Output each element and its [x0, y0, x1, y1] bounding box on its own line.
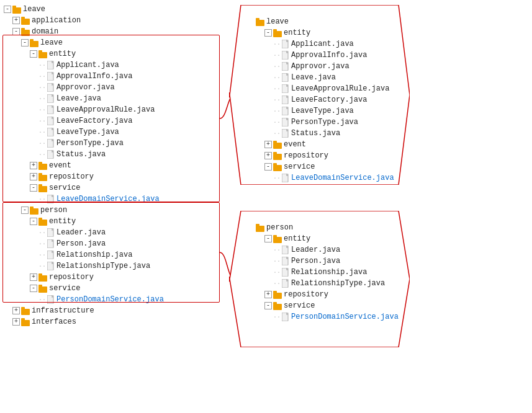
svg-rect-57: [273, 143, 282, 149]
expand-btn[interactable]: +: [12, 17, 20, 24]
tree-item: ···ApprovalInfo.java: [4, 71, 223, 82]
expand-btn[interactable]: +: [264, 291, 272, 298]
svg-rect-8: [38, 52, 47, 58]
svg-rect-19: [38, 164, 47, 170]
svg-rect-20: [38, 162, 42, 164]
tree-item[interactable]: -leave: [4, 37, 223, 48]
tree-item[interactable]: -service: [4, 182, 223, 193]
tree-item: ···Leader.java: [4, 227, 223, 238]
tree-item: ···LeaveType.java: [4, 127, 223, 138]
svg-rect-75: [273, 304, 282, 310]
left-panel: -leave+application-domain-leave-entity··…: [0, 0, 223, 413]
tree-item: ···Person.java: [4, 238, 223, 249]
svg-rect-6: [30, 41, 38, 47]
expand-btn[interactable]: +: [30, 273, 37, 281]
svg-rect-47: [273, 29, 277, 32]
tree-item[interactable]: +interfaces: [4, 316, 223, 327]
svg-rect-58: [273, 141, 277, 143]
svg-rect-37: [38, 285, 42, 287]
svg-rect-0: [12, 7, 21, 14]
tree-item: ···Applicant.java: [4, 60, 223, 71]
svg-rect-74: [273, 291, 277, 293]
main-container: -leave+application-domain-leave-entity··…: [0, 0, 532, 413]
svg-rect-22: [38, 173, 42, 175]
expand-btn[interactable]: -: [264, 163, 272, 171]
expand-btn[interactable]: +: [264, 141, 272, 148]
svg-rect-42: [21, 318, 25, 321]
tree-item[interactable]: +application: [4, 15, 223, 26]
svg-rect-9: [38, 50, 42, 53]
expand-btn[interactable]: -: [264, 302, 272, 309]
svg-rect-23: [38, 186, 47, 192]
tree-item[interactable]: +infrastructure: [4, 305, 223, 316]
expand-btn[interactable]: +: [30, 173, 37, 180]
svg-rect-46: [273, 31, 282, 37]
expand-btn[interactable]: +: [30, 162, 37, 169]
tree-item: ···Leave.java: [4, 93, 223, 104]
tree-item: ···LeaveApprovalRule.java: [4, 104, 223, 115]
tree-item[interactable]: -service: [4, 283, 223, 294]
svg-rect-26: [30, 208, 38, 215]
svg-rect-24: [38, 184, 42, 187]
expand-btn[interactable]: -: [21, 39, 29, 47]
hex-diagram: leave-entity···Applicant.java···Approval…: [230, 5, 410, 185]
tree-item[interactable]: +repository: [4, 272, 223, 283]
expand-btn[interactable]: -: [30, 184, 37, 192]
svg-rect-45: [256, 18, 259, 20]
right-panel: leave-entity···Applicant.java···Approval…: [223, 0, 532, 413]
tree-item: ···Relationship.java: [4, 249, 223, 260]
svg-rect-60: [273, 152, 277, 154]
tree-item: ···RelationshipType.java: [4, 260, 223, 272]
tree-item: ···Approvor.java: [4, 82, 223, 93]
svg-rect-1: [12, 6, 16, 8]
svg-rect-21: [38, 175, 47, 181]
tree-item[interactable]: -entity: [4, 216, 223, 227]
svg-rect-67: [273, 237, 282, 243]
svg-rect-34: [38, 275, 47, 282]
svg-rect-40: [21, 307, 25, 309]
tree-item: ···LeaveDomainService.java: [4, 193, 223, 205]
tree-item[interactable]: -person: [4, 205, 223, 216]
svg-rect-68: [273, 235, 277, 238]
svg-rect-3: [21, 17, 25, 19]
svg-rect-29: [38, 218, 42, 220]
svg-rect-65: [256, 226, 264, 232]
tree-item[interactable]: -entity: [4, 48, 223, 60]
tree-item[interactable]: +repository: [4, 171, 223, 182]
expand-btn[interactable]: -: [30, 218, 37, 225]
expand-btn[interactable]: +: [12, 307, 20, 314]
svg-rect-59: [273, 154, 282, 160]
tree-item[interactable]: +event: [4, 160, 223, 171]
expand-btn[interactable]: -: [264, 29, 272, 37]
expand-btn[interactable]: +: [264, 152, 272, 159]
tree-item: ···LeaveFactory.java: [4, 115, 223, 127]
tree-item: ···Status.java: [4, 149, 223, 160]
svg-rect-76: [273, 302, 277, 304]
expand-btn[interactable]: -: [21, 206, 29, 214]
svg-rect-7: [30, 39, 34, 42]
svg-rect-44: [256, 20, 264, 26]
svg-rect-35: [38, 273, 42, 276]
svg-rect-73: [273, 293, 282, 299]
hex-diagram: person-entity···Leader.java···Person.jav…: [230, 211, 410, 347]
expand-btn[interactable]: -: [12, 28, 20, 35]
svg-rect-61: [273, 165, 282, 171]
tree-item: ···PersonDomainService.java: [4, 294, 223, 305]
svg-rect-66: [256, 224, 259, 226]
svg-rect-2: [21, 19, 30, 25]
svg-rect-62: [273, 163, 277, 166]
expand-btn[interactable]: -: [30, 285, 37, 292]
tree-item[interactable]: -leave: [4, 4, 223, 15]
svg-rect-39: [21, 309, 30, 315]
svg-rect-41: [21, 320, 30, 326]
expand-btn[interactable]: +: [12, 318, 20, 326]
svg-rect-27: [30, 206, 34, 209]
svg-rect-36: [38, 286, 47, 293]
tree-item: ···PersonType.java: [4, 138, 223, 149]
expand-btn[interactable]: -: [264, 235, 272, 242]
svg-rect-4: [21, 30, 30, 36]
expand-btn[interactable]: -: [30, 50, 37, 58]
expand-btn[interactable]: -: [4, 6, 11, 13]
svg-rect-28: [38, 220, 47, 226]
tree-item[interactable]: -domain: [4, 26, 223, 37]
